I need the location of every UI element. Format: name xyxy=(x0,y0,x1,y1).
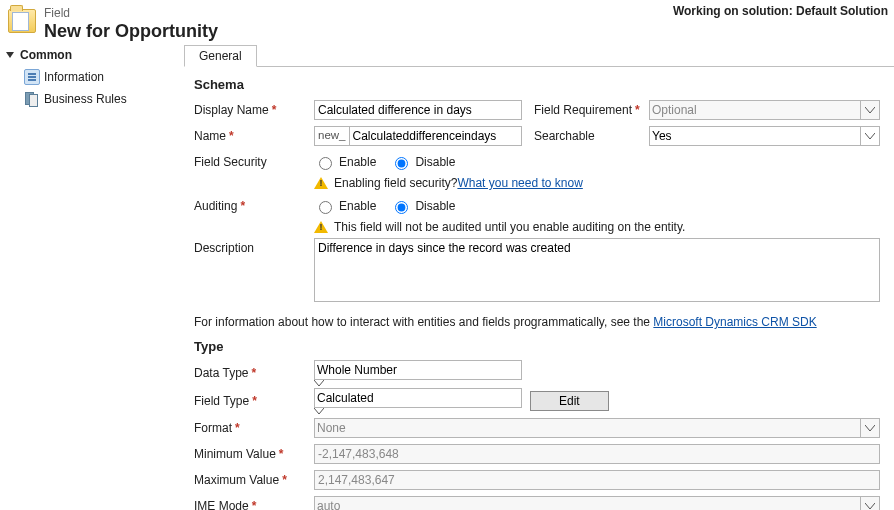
format-select[interactable] xyxy=(314,418,880,438)
header-text: Field New for Opportunity xyxy=(44,6,218,42)
auditing-enable-radio[interactable]: Enable xyxy=(314,198,376,214)
field-security-enable-radio[interactable]: Enable xyxy=(314,154,376,170)
section-schema: Schema xyxy=(194,77,880,92)
description-textarea[interactable] xyxy=(314,238,880,302)
auditing-disable-radio[interactable]: Disable xyxy=(390,198,455,214)
business-rules-icon xyxy=(24,91,40,107)
description-label: Description xyxy=(194,238,314,255)
name-label: Name* xyxy=(194,129,314,143)
field-security-disable-radio[interactable]: Disable xyxy=(390,154,455,170)
sdk-link[interactable]: Microsoft Dynamics CRM SDK xyxy=(653,315,816,329)
chevron-down-icon xyxy=(314,380,522,386)
field-type-label: Field Type* xyxy=(194,394,314,408)
field-requirement-select[interactable] xyxy=(649,100,880,120)
information-icon xyxy=(24,69,40,85)
sidebar-heading-label: Common xyxy=(20,48,72,62)
maximum-value-label: Maximum Value* xyxy=(194,473,314,487)
sidebar-item-business-rules[interactable]: Business Rules xyxy=(4,88,180,110)
ime-mode-label: IME Mode* xyxy=(194,499,314,510)
name-input[interactable] xyxy=(349,126,523,146)
field-security-label: Field Security xyxy=(194,155,314,169)
searchable-label: Searchable xyxy=(522,129,649,143)
tab-strip: General xyxy=(184,44,894,67)
warning-icon xyxy=(314,221,328,233)
solution-label: Working on solution: Default Solution xyxy=(673,4,888,18)
field-security-note: Enabling field security? What you need t… xyxy=(314,176,880,190)
minimum-value-label: Minimum Value* xyxy=(194,447,314,461)
searchable-select[interactable] xyxy=(649,126,880,146)
sidebar-item-information[interactable]: Information xyxy=(4,66,180,88)
maximum-value-input[interactable] xyxy=(314,470,880,490)
field-security-link[interactable]: What you need to know xyxy=(457,176,582,190)
edit-button[interactable]: Edit xyxy=(530,391,609,411)
display-name-label: Display Name* xyxy=(194,103,314,117)
header: Field New for Opportunity Working on sol… xyxy=(0,0,894,44)
auditing-label: Auditing* xyxy=(194,199,314,213)
format-label: Format* xyxy=(194,421,314,435)
content-panel: General Schema Display Name* Field Requi… xyxy=(180,44,894,510)
tab-general[interactable]: General xyxy=(184,45,257,67)
data-type-select[interactable] xyxy=(314,360,522,380)
field-folder-icon xyxy=(8,9,36,33)
sidebar: Common Information Business Rules xyxy=(0,44,180,510)
display-name-input[interactable] xyxy=(314,100,522,120)
page-title: New for Opportunity xyxy=(44,20,218,42)
name-prefix: new_ xyxy=(314,126,349,146)
sidebar-heading[interactable]: Common xyxy=(4,44,180,66)
data-type-label: Data Type* xyxy=(194,366,314,380)
ime-mode-select[interactable] xyxy=(314,496,880,510)
field-type-select[interactable] xyxy=(314,388,522,408)
header-supertitle: Field xyxy=(44,6,218,20)
chevron-down-icon xyxy=(314,408,522,414)
chevron-down-icon xyxy=(6,52,14,58)
sidebar-item-label: Business Rules xyxy=(44,92,127,106)
minimum-value-input[interactable] xyxy=(314,444,880,464)
field-requirement-label: Field Requirement* xyxy=(522,103,649,117)
section-type: Type xyxy=(194,339,880,354)
auditing-note: This field will not be audited until you… xyxy=(314,220,880,234)
warning-icon xyxy=(314,177,328,189)
sidebar-item-label: Information xyxy=(44,70,104,84)
sdk-note: For information about how to interact wi… xyxy=(194,315,880,329)
